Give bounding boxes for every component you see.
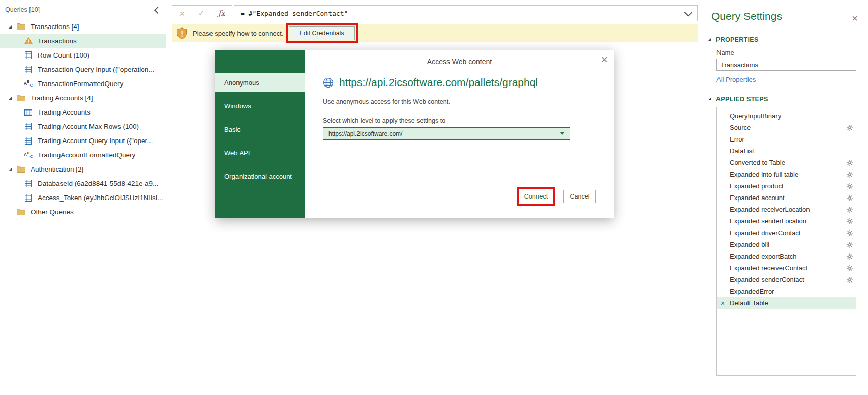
- step-label: Expanded senderLocation: [730, 217, 806, 225]
- step-label: Expanded senderContact: [730, 276, 804, 284]
- expanded-arrow-icon[interactable]: [9, 96, 12, 100]
- query-item-trading-accounts[interactable]: Trading Accounts: [0, 105, 166, 119]
- auth-tab-basic[interactable]: Basic: [215, 120, 305, 139]
- formula-commit-icon[interactable]: ✓: [198, 9, 205, 18]
- applied-step-error[interactable]: Error: [717, 133, 856, 145]
- auth-tab-web-api[interactable]: Web API: [215, 144, 305, 162]
- query-item-trading-account-max-rows-100[interactable]: Trading Account Max Rows (100): [0, 119, 166, 133]
- gear-icon[interactable]: [847, 183, 853, 189]
- parameter-icon: [23, 180, 33, 187]
- formula-cancel-icon[interactable]: ×: [179, 9, 185, 18]
- dialog-close-icon[interactable]: ×: [601, 54, 608, 66]
- applied-step-expanded-sendercontact[interactable]: Expanded senderContact: [717, 274, 856, 286]
- query-item-transactions[interactable]: Transactions: [0, 34, 166, 48]
- properties-section-header[interactable]: PROPERTIES: [708, 36, 868, 43]
- auth-tab-windows[interactable]: Windows: [215, 97, 305, 116]
- applied-step-queryinputbinary[interactable]: QueryInputBinary: [717, 110, 856, 122]
- applied-step-default-table[interactable]: ×Default Table: [717, 297, 856, 309]
- applied-step-expanded-product[interactable]: Expanded product: [717, 180, 856, 192]
- query-item-access-token-eyjhbgcioijsuzi1nii[interactable]: Access_Token (eyJhbGciOiJSUzI1NiIsI...: [0, 190, 166, 205]
- level-select-value: https://api.2icsoftware.com/: [328, 130, 402, 137]
- auth-tab-anonymous[interactable]: Anonymous: [215, 73, 305, 92]
- step-label: QueryInputBinary: [730, 112, 781, 120]
- queries-pane: Queries [10] Transactions [4]Transaction…: [0, 0, 166, 395]
- gear-icon[interactable]: [847, 195, 853, 201]
- query-item-databaseid-6a2d8841-55d8-421e-a9[interactable]: DatabaseId (6a2d8841-55d8-421e-a9...: [0, 176, 166, 190]
- edit-credentials-button[interactable]: Edit Credentials: [289, 26, 355, 40]
- parameter-icon: [23, 51, 33, 59]
- applied-steps-section-header[interactable]: APPLIED STEPS: [708, 96, 868, 103]
- query-settings-pane: Query Settings × PROPERTIES Name All Pro…: [704, 0, 868, 395]
- query-item-transactionformattedquery[interactable]: ABCTransactionFormattedQuery: [0, 76, 166, 91]
- query-name-input[interactable]: [716, 59, 856, 71]
- parameter-icon: [23, 194, 33, 202]
- gear-icon[interactable]: [847, 253, 853, 260]
- formula-fx-icon[interactable]: ƒx: [218, 9, 225, 18]
- folder-icon: [16, 209, 26, 215]
- warning-message: Please specify how to connect.: [193, 30, 284, 37]
- gear-icon[interactable]: [847, 172, 853, 178]
- step-label: Default Table: [730, 299, 768, 307]
- expanded-arrow-icon[interactable]: [9, 167, 12, 171]
- query-item-row-count-100[interactable]: Row Count (100): [0, 48, 166, 62]
- applied-step-source[interactable]: Source: [717, 122, 856, 133]
- query-label: Trading Accounts [4]: [31, 94, 93, 102]
- query-label: DatabaseId (6a2d8841-55d8-421e-a9...: [38, 180, 158, 187]
- query-label: Trading Accounts: [38, 108, 91, 116]
- step-label: Expanded into full table: [730, 171, 798, 178]
- auth-tab-organizational-account[interactable]: Organizational account: [215, 167, 305, 186]
- applied-step-expandederror[interactable]: ExpandedError: [717, 286, 856, 297]
- query-item-transaction-query-input-operatio[interactable]: Transaction Query Input ({"operation...: [0, 62, 166, 76]
- applied-step-expanded-exportbatch[interactable]: Expanded exportBatch: [717, 250, 856, 262]
- gear-icon[interactable]: [847, 277, 853, 283]
- queries-pane-title: Queries [10]: [5, 6, 149, 17]
- step-label: Expanded bill: [730, 241, 769, 248]
- gear-icon[interactable]: [847, 265, 853, 271]
- globe-icon: [323, 77, 334, 88]
- cancel-button[interactable]: Cancel: [563, 190, 596, 203]
- query-label: Transaction Query Input ({"operation...: [38, 66, 154, 73]
- gear-icon[interactable]: [847, 230, 853, 236]
- query-group-transactions-4[interactable]: Transactions [4]: [0, 19, 166, 34]
- applied-step-expanded-drivercontact[interactable]: Expanded driverContact: [717, 227, 856, 239]
- query-item-trading-account-query-input-oper[interactable]: Trading Account Query Input ({"oper...: [0, 133, 166, 148]
- abc-icon: ABC: [23, 151, 33, 159]
- step-label: Expanded account: [730, 194, 785, 202]
- collapse-queries-pane-icon[interactable]: [154, 7, 161, 14]
- formula-expand-icon[interactable]: [684, 8, 693, 16]
- applied-step-converted-to-table[interactable]: Converted to Table: [717, 157, 856, 168]
- editor-main-area: × ✓ ƒx = #"Expanded senderContact" Pleas…: [167, 0, 703, 395]
- applied-step-expanded-into-full-table[interactable]: Expanded into full table: [717, 168, 856, 180]
- query-label: Transactions [4]: [31, 23, 79, 31]
- query-group-other-queries[interactable]: Other Queries: [0, 205, 166, 219]
- step-label: ExpandedError: [730, 288, 774, 295]
- step-label: Expanded exportBatch: [730, 252, 797, 260]
- gear-icon[interactable]: [847, 125, 853, 131]
- all-properties-link[interactable]: All Properties: [716, 76, 756, 83]
- applied-step-expanded-bill[interactable]: Expanded bill: [717, 239, 856, 250]
- dialog-title: Access Web content: [323, 58, 596, 66]
- delete-step-icon[interactable]: ×: [721, 300, 730, 307]
- query-settings-close-icon[interactable]: ×: [852, 13, 858, 23]
- level-select-dropdown[interactable]: https://api.2icsoftware.com/: [323, 127, 570, 140]
- connect-button[interactable]: Connect: [520, 190, 552, 203]
- query-item-tradingaccountformattedquery[interactable]: ABCTradingAccountFormattedQuery: [0, 148, 166, 162]
- gear-icon[interactable]: [847, 160, 853, 166]
- query-group-trading-accounts-4[interactable]: Trading Accounts [4]: [0, 91, 166, 105]
- gear-icon[interactable]: [847, 242, 853, 248]
- formula-input[interactable]: = #"Expanded senderContact": [234, 5, 698, 21]
- folder-icon: [16, 23, 26, 30]
- table-icon: [23, 109, 33, 116]
- expanded-arrow-icon[interactable]: [9, 25, 12, 29]
- formula-bar: × ✓ ƒx = #"Expanded senderContact": [172, 5, 698, 21]
- gear-icon[interactable]: [847, 207, 853, 213]
- applied-step-expanded-senderlocation[interactable]: Expanded senderLocation: [717, 215, 856, 227]
- auth-method-tabs: AnonymousWindowsBasicWeb APIOrganization…: [215, 50, 305, 218]
- query-group-authentication-2[interactable]: Authentication [2]: [0, 162, 166, 176]
- applied-step-expanded-receivercontact[interactable]: Expanded receiverContact: [717, 262, 856, 274]
- gear-icon[interactable]: [847, 218, 853, 224]
- applied-step-expanded-receiverlocation[interactable]: Expanded receiverLocation: [717, 204, 856, 215]
- applied-step-datalist[interactable]: DataList: [717, 145, 856, 157]
- applied-step-expanded-account[interactable]: Expanded account: [717, 192, 856, 204]
- abc-icon: ABC: [23, 80, 33, 88]
